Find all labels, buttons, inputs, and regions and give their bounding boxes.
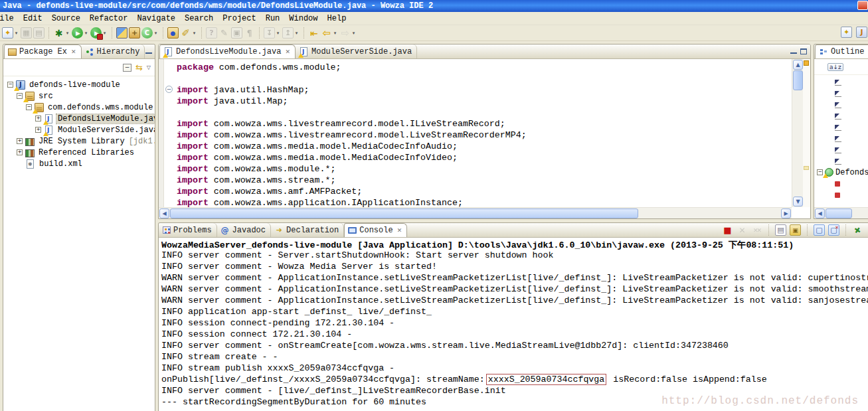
outline-item-class[interactable]: DefondsLiveModule <box>814 167 868 178</box>
tab-console[interactable]: Console✕ <box>344 223 407 237</box>
outline-item-import[interactable] <box>814 155 868 167</box>
menu-source[interactable]: Source <box>47 13 85 25</box>
tab-problems[interactable]: Problems <box>159 223 217 237</box>
new-class-dropdown-icon[interactable] <box>153 31 159 36</box>
new-wizard-dropdown-icon[interactable] <box>13 31 19 36</box>
tree-item-build-xml[interactable]: build.xml <box>3 158 155 169</box>
menu-project[interactable]: Project <box>218 13 260 25</box>
run-button[interactable] <box>71 27 90 39</box>
expander-icon[interactable] <box>17 149 23 155</box>
menu-refactor[interactable]: Refactor <box>85 13 133 25</box>
menu-search[interactable]: Search <box>180 13 218 25</box>
code-editor[interactable]: package com.defonds.wms.module; import j… <box>159 59 810 218</box>
new-wowza-project-button[interactable] <box>116 27 128 39</box>
vertical-scroll-thumb[interactable] <box>793 70 803 90</box>
collapse-all-icon[interactable]: − <box>123 64 131 72</box>
tree-item-com-defonds-wms-module[interactable]: com.defonds.wms.module <box>3 102 155 113</box>
close-icon[interactable]: ✕ <box>284 48 290 55</box>
menu-help[interactable]: Help <box>323 13 351 25</box>
view-menu-icon[interactable]: ▽ <box>147 64 151 70</box>
menu-window[interactable]: Window <box>284 13 322 25</box>
outline-horizontal-scrollbar[interactable] <box>814 207 868 218</box>
scroll-left-icon[interactable] <box>159 208 169 218</box>
open-perspective-button[interactable] <box>840 26 853 39</box>
debug-dropdown-icon[interactable] <box>64 31 70 36</box>
occurrence-marker[interactable] <box>804 166 809 170</box>
close-icon[interactable]: ✕ <box>396 227 402 234</box>
tab-outline[interactable]: Outline ✕ <box>815 44 868 58</box>
maximize-icon[interactable] <box>155 48 155 55</box>
outline-item-import[interactable] <box>814 133 868 144</box>
back-dropdown-icon[interactable] <box>332 31 338 36</box>
outline-item-import[interactable] <box>814 99 868 110</box>
scroll-up-icon[interactable] <box>793 60 803 70</box>
java-perspective-button[interactable] <box>855 26 868 39</box>
forward-dropdown-icon[interactable] <box>351 31 357 36</box>
expander-icon[interactable] <box>17 138 23 144</box>
clear-console-button[interactable] <box>774 224 787 236</box>
new-wizard-button[interactable] <box>1 27 20 39</box>
tab-package-ex[interactable]: Package Ex✕ <box>4 44 82 58</box>
menu-run[interactable]: Run <box>261 13 285 25</box>
scroll-down-icon[interactable] <box>793 197 803 206</box>
expander-icon[interactable] <box>7 82 13 88</box>
minimize-icon[interactable] <box>145 48 153 55</box>
open-task-button[interactable] <box>167 27 179 39</box>
back-button[interactable] <box>320 27 339 39</box>
expander-icon[interactable] <box>35 116 41 122</box>
outline-item-import[interactable] <box>814 144 868 155</box>
tab-defondslivemodule-java[interactable]: DefondsLiveModule.java✕ <box>159 44 296 58</box>
editor-horizontal-scrollbar[interactable] <box>159 207 792 218</box>
outline-item-import[interactable] <box>814 110 868 122</box>
tree-item-defonds-live-module[interactable]: defonds-live-module <box>3 79 155 90</box>
search-button[interactable] <box>179 27 198 39</box>
fold-collapse-icon[interactable] <box>165 86 173 93</box>
close-window-button[interactable] <box>857 1 868 10</box>
tab-declaration[interactable]: Declaration <box>271 223 344 237</box>
menu-file[interactable]: File <box>0 13 19 25</box>
tree-item-jre-system-library[interactable]: JRE System Library [jdk1.6.0_10 <box>3 135 155 147</box>
tab-javadoc[interactable]: Javadoc <box>217 223 271 237</box>
console-output[interactable]: WowzaMediaServer_defonds-live-module [Ja… <box>159 238 868 411</box>
expander-icon[interactable] <box>817 169 823 175</box>
menu-navigate[interactable]: Navigate <box>132 13 180 25</box>
next-annotation-dropdown-icon[interactable] <box>275 31 281 36</box>
new-package-button[interactable] <box>128 27 141 39</box>
expander-icon[interactable] <box>17 93 23 99</box>
outline-item-field[interactable] <box>814 189 868 201</box>
minimize-icon[interactable] <box>790 48 798 55</box>
editor-vertical-scrollbar[interactable] <box>792 59 803 207</box>
tab-moduleserverside-java[interactable]: ModuleServerSide.java <box>296 44 417 58</box>
overview-ruler[interactable] <box>803 59 810 207</box>
code-area[interactable]: package com.defonds.wms.module; import j… <box>177 62 790 207</box>
tree-item-src[interactable]: src <box>3 90 155 102</box>
maximize-icon[interactable] <box>800 48 808 55</box>
menu-edit[interactable]: Edit <box>19 13 47 25</box>
scroll-lock-button[interactable] <box>789 224 802 236</box>
outline-item-import[interactable] <box>814 122 868 133</box>
outline-item-import[interactable] <box>814 76 868 88</box>
close-icon[interactable]: ✕ <box>70 48 76 55</box>
tab-hierarchy[interactable]: Hierarchy <box>82 44 145 58</box>
tree-item-moduleserverside-java[interactable]: ModuleServerSide.java <box>3 124 155 135</box>
run-dropdown-icon[interactable] <box>83 31 89 36</box>
scroll-left-icon[interactable] <box>815 208 825 218</box>
link-with-editor-icon[interactable]: ⇆ <box>135 62 143 72</box>
show-console-stderr-button[interactable] <box>827 224 840 236</box>
previous-annotation-dropdown-icon[interactable] <box>294 31 300 36</box>
outline-item-field[interactable] <box>814 178 868 189</box>
terminate-button[interactable] <box>721 224 734 236</box>
scroll-right-icon[interactable] <box>781 208 791 218</box>
show-console-stdout-button[interactable] <box>813 224 825 236</box>
tree-item-defondslivemodule-java[interactable]: DefondsLiveModule.java <box>3 113 155 124</box>
new-class-button[interactable] <box>141 27 159 39</box>
sort-alphabetically-icon[interactable]: a↓z <box>827 63 843 71</box>
horizontal-scroll-thumb[interactable] <box>170 208 638 218</box>
expander-icon[interactable] <box>35 127 41 133</box>
debug-button[interactable] <box>52 27 71 39</box>
outline-scroll-thumb[interactable] <box>825 208 852 218</box>
tree-item-referenced-libraries[interactable]: Referenced Libraries <box>3 147 155 158</box>
search-dropdown-icon[interactable] <box>191 31 197 36</box>
pin-console-button[interactable] <box>851 224 864 236</box>
warning-marker[interactable] <box>804 60 809 66</box>
